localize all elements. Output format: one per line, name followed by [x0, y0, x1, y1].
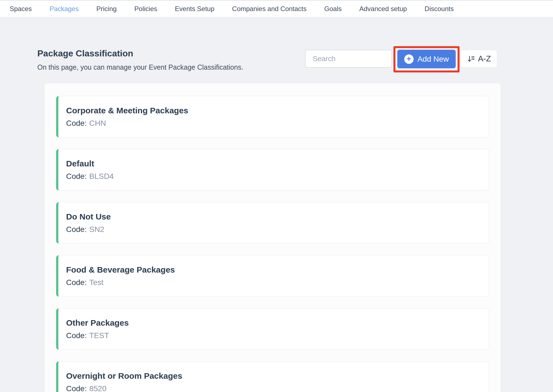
classification-code: Code:Test	[66, 278, 489, 287]
page-subtitle: On this page, you can manage your Event …	[37, 63, 243, 72]
sort-az-button[interactable]: A-Z	[461, 50, 497, 68]
search-input[interactable]	[305, 50, 392, 68]
classification-name: Other Packages	[66, 318, 489, 328]
code-label: Code:	[66, 331, 87, 340]
classification-list-panel: Corporate & Meeting Packages Code:CHN De…	[44, 83, 501, 392]
classification-card-food-beverage[interactable]: Food & Beverage Packages Code:Test	[56, 255, 489, 297]
nav-item-goals[interactable]: Goals	[315, 5, 351, 13]
code-value: BLSD4	[89, 172, 114, 181]
classification-name: Corporate & Meeting Packages	[66, 106, 489, 116]
classification-code: Code:BLSD4	[66, 172, 489, 181]
classification-card-corporate-meeting[interactable]: Corporate & Meeting Packages Code:CHN	[56, 96, 489, 137]
classification-name: Default	[66, 159, 489, 169]
code-label: Code:	[66, 225, 87, 234]
sort-az-label: A-Z	[478, 54, 491, 63]
code-value: Test	[89, 278, 103, 287]
add-new-button[interactable]: + Add New	[397, 50, 456, 68]
classification-name: Do Not Use	[66, 212, 489, 222]
nav-item-events-setup[interactable]: Events Setup	[166, 5, 223, 13]
code-value: TEST	[89, 331, 109, 340]
plus-icon: +	[404, 54, 414, 64]
nav-item-spaces[interactable]: Spaces	[1, 5, 41, 13]
classification-code: Code:TEST	[66, 331, 489, 340]
add-new-label: Add New	[418, 55, 449, 64]
nav-item-policies[interactable]: Policies	[126, 5, 166, 13]
sort-descending-icon	[467, 55, 475, 63]
nav-item-packages[interactable]: Packages	[41, 5, 87, 13]
classification-card-overnight-room[interactable]: Overnight or Room Packages Code:8520	[56, 361, 489, 392]
page-title: Package Classification	[37, 48, 133, 59]
classification-code: Code:SN2	[66, 225, 489, 234]
classification-name: Overnight or Room Packages	[66, 371, 489, 381]
page-header: Package Classification On this page, you…	[0, 17, 553, 83]
classification-code: Code:8520	[66, 384, 489, 392]
main-content: Package Classification On this page, you…	[0, 17, 553, 392]
code-value: SN2	[89, 225, 104, 234]
top-nav: Spaces Packages Pricing Policies Events …	[0, 0, 553, 17]
classification-card-other[interactable]: Other Packages Code:TEST	[56, 308, 489, 350]
nav-item-discounts[interactable]: Discounts	[416, 5, 463, 13]
classification-card-do-not-use[interactable]: Do Not Use Code:SN2	[56, 202, 489, 244]
code-label: Code:	[66, 384, 87, 392]
nav-item-pricing[interactable]: Pricing	[87, 5, 125, 13]
classification-name: Food & Beverage Packages	[66, 265, 489, 275]
code-label: Code:	[66, 278, 87, 287]
classification-code: Code:CHN	[66, 119, 489, 128]
code-label: Code:	[66, 172, 87, 181]
nav-item-companies-and-contacts[interactable]: Companies and Contacts	[223, 5, 315, 13]
nav-item-advanced-setup[interactable]: Advanced setup	[350, 5, 416, 13]
code-value: CHN	[89, 119, 106, 127]
code-label: Code:	[66, 119, 87, 127]
code-value: 8520	[89, 384, 106, 392]
classification-card-default[interactable]: Default Code:BLSD4	[56, 149, 489, 190]
